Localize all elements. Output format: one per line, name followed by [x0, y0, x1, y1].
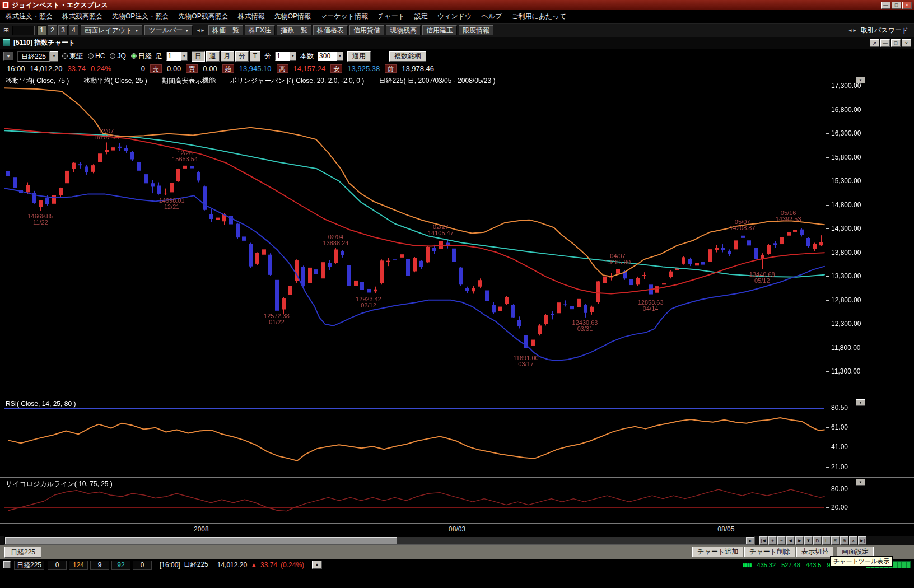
toolbar-button[interactable]: 限度情報 [459, 25, 493, 35]
scrollbar-thumb[interactable] [5, 537, 397, 544]
layout-button[interactable]: 画面レイアウト▼ [81, 25, 142, 35]
open-value: 13,945.10 [239, 64, 272, 73]
grid-icon[interactable]: ⊞ [2, 26, 10, 34]
ashi-label: 足 [156, 52, 162, 61]
price-axis-label: 11,800.00 [831, 344, 861, 352]
window-maximize-icon[interactable]: □ [891, 39, 901, 47]
toolbar-button[interactable]: 信用貸借 [349, 25, 384, 35]
toolbar-button[interactable]: 信用建玉 [422, 25, 457, 35]
menu-item[interactable]: 先物OP情報 [274, 12, 311, 21]
period-button[interactable]: 週 [206, 51, 220, 62]
trade-password-label: 取引パスワード [861, 26, 908, 35]
menu-item[interactable]: ご利用にあたって [511, 12, 566, 21]
radio-market[interactable]: HC [88, 52, 105, 60]
chevron-down-icon[interactable]: ▼ [50, 51, 58, 62]
bottom-button[interactable]: チャート追加 [692, 547, 743, 557]
toolbar: ⊞ 1234 画面レイアウト▼ ツールバー▼ ◄► 株価一覧株EX注指数一覧株価… [0, 24, 914, 37]
multi-symbol-button[interactable]: 複数銘柄 [389, 51, 426, 62]
price-axis-label: 16,800.00 [831, 106, 861, 114]
chevron-down-icon[interactable]: ▼ [181, 52, 188, 61]
chart-canvas[interactable] [0, 74, 914, 524]
price-axis-label: 15,800.00 [831, 153, 861, 161]
status-price: 14,012.20 [217, 561, 247, 569]
bottom-button[interactable]: 表示切替 [796, 547, 833, 557]
radio-market[interactable]: JQ [110, 52, 125, 60]
bottom-button[interactable]: チャート削除 [744, 547, 795, 557]
chart-tool-button[interactable]: ► [795, 536, 804, 545]
chart-tool-button[interactable]: × [849, 536, 857, 545]
chevron-down-icon[interactable]: ▼ [3, 52, 13, 61]
maximize-icon[interactable]: □ [892, 2, 901, 9]
chevron-down-icon[interactable]: ▼ [337, 52, 343, 61]
pane-arrows-icon[interactable]: ◄► [847, 28, 858, 33]
minute-input[interactable] [275, 52, 290, 61]
toolbar-button[interactable]: 株価格表 [313, 25, 348, 35]
menu-item[interactable]: マーケット情報 [320, 12, 368, 21]
preset-input[interactable] [12, 26, 35, 35]
period-button[interactable]: 分 [235, 51, 249, 62]
panel-collapse-button[interactable]: ▼ [856, 479, 865, 486]
chevron-down-icon[interactable]: ▼ [290, 52, 296, 61]
workspace-4-button[interactable]: 4 [69, 25, 78, 35]
radio-label: JQ [117, 52, 125, 60]
status-icon[interactable] [3, 561, 11, 568]
ashi-input[interactable] [166, 52, 181, 61]
menu-item[interactable]: 株式注文・照会 [6, 12, 53, 21]
radio-label: 東証 [69, 52, 83, 61]
window-close-icon[interactable]: × [902, 39, 911, 47]
menu-item[interactable]: ヘルプ [481, 12, 502, 21]
chart-tool-button[interactable]: ⊕ [840, 536, 848, 545]
chart-tool-cluster: |◄+−◄►▼DLR⊕×►| [759, 536, 866, 545]
radio-market[interactable]: 東証 [62, 52, 83, 61]
chart-tool-button[interactable]: ►| [858, 536, 866, 545]
scroll-up-icon[interactable]: ▲ [312, 561, 322, 569]
close-icon[interactable]: × [902, 2, 912, 9]
apply-button[interactable]: 適用 [347, 51, 371, 62]
period-button[interactable]: 月 [221, 51, 234, 62]
toolbar-button[interactable]: 株価一覧 [208, 25, 243, 35]
period-button[interactable]: T [250, 51, 260, 62]
window-minimize-icon[interactable]: — [880, 39, 890, 47]
workspace-2-button[interactable]: 2 [48, 25, 57, 35]
period-button[interactable]: 日 [192, 51, 205, 62]
scroll-right-icon[interactable]: ► [746, 537, 754, 544]
legend-item: ボリンジャーバンド( Close, 20, 2.0, -2.0, 0 ) [230, 76, 365, 86]
chart-tool-button[interactable]: D [813, 536, 822, 545]
toolbar-button[interactable]: 指数一覧 [277, 25, 311, 35]
time-axis-label: 08/05 [717, 525, 734, 533]
bars-input[interactable] [318, 52, 337, 61]
chart-tool-button[interactable]: + [768, 536, 777, 545]
radio-icon [88, 53, 94, 59]
menu-item[interactable]: ウィンドウ [437, 12, 472, 21]
chart-tool-button[interactable]: R [831, 536, 840, 545]
symbol-combo[interactable]: 日経225 ▼ [17, 51, 58, 62]
toolbar-menu-button[interactable]: ツールバー▼ [144, 25, 193, 35]
menu-item[interactable]: 株式情報 [238, 12, 265, 21]
chart-tool-button[interactable]: |◄ [759, 536, 768, 545]
radio-label: 日経 [138, 52, 152, 61]
radio-market[interactable]: 日経 [131, 52, 152, 61]
chart-h-scrollbar[interactable]: ► [4, 536, 755, 545]
menu-item[interactable]: 設定 [414, 12, 428, 21]
panel-collapse-button[interactable]: ▼ [856, 399, 865, 406]
menu-item[interactable]: 株式残高照会 [62, 12, 102, 21]
menu-item[interactable]: 先物OP注文・照会 [112, 12, 169, 21]
minimize-icon[interactable]: — [881, 2, 890, 9]
menu-item[interactable]: 先物OP残高照会 [178, 12, 228, 21]
radio-icon [62, 53, 68, 59]
chart-tool-button[interactable]: ▼ [804, 536, 813, 545]
workspace-1-button[interactable]: 1 [37, 25, 46, 35]
toolbar-button[interactable]: 株EX注 [245, 25, 275, 35]
menu-item[interactable]: チャート [377, 12, 405, 21]
quote-time: 16:00 [7, 64, 25, 73]
status-symbol[interactable]: 日経225 [14, 561, 44, 570]
pane-arrows-icon[interactable]: ◄► [195, 28, 206, 33]
psych-axis-label: 20.00 [831, 503, 848, 511]
tab-nikkei225[interactable]: 日経225 [4, 547, 41, 558]
chart-tool-button[interactable]: − [777, 536, 786, 545]
workspace-3-button[interactable]: 3 [58, 25, 68, 35]
window-detach-icon[interactable]: ↗ [870, 39, 879, 47]
chart-tool-button[interactable]: ◄ [786, 536, 795, 545]
chart-tool-button[interactable]: L [822, 536, 831, 545]
toolbar-button[interactable]: 現物残高 [386, 25, 421, 35]
